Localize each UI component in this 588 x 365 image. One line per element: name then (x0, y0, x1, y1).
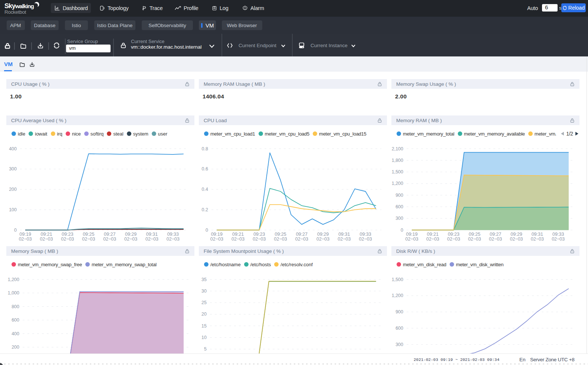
svg-text:35: 35 (201, 277, 207, 282)
svg-text:02−03: 02−03 (295, 237, 308, 241)
svg-text:09:29: 09:29 (510, 232, 522, 237)
svg-text:02−03: 02−03 (426, 237, 439, 241)
svg-text:09:29: 09:29 (317, 232, 329, 237)
svg-text:09:23: 09:23 (448, 232, 459, 237)
svg-text:02−03: 02−03 (231, 237, 244, 241)
svg-text:300: 300 (395, 342, 403, 347)
svg-text:09:21: 09:21 (232, 232, 244, 237)
svg-text:02−03: 02−03 (359, 237, 372, 241)
svg-text:09:25: 09:25 (469, 232, 480, 237)
svg-text:100: 100 (9, 207, 17, 212)
svg-text:0.6: 0.6 (202, 166, 208, 172)
svg-text:400: 400 (12, 331, 19, 336)
svg-text:600: 600 (12, 317, 19, 323)
svg-text:1,200: 1,200 (392, 293, 403, 298)
svg-text:02−03: 02−03 (253, 237, 266, 241)
svg-text:09:25: 09:25 (275, 232, 286, 237)
svg-text:1,500: 1,500 (392, 277, 403, 282)
svg-text:2,100: 2,100 (392, 146, 403, 151)
svg-text:09:33: 09:33 (552, 232, 564, 237)
svg-text:02−03: 02−03 (145, 237, 158, 241)
svg-text:800: 800 (12, 304, 19, 309)
svg-text:02−03: 02−03 (552, 237, 565, 241)
svg-text:30: 30 (201, 289, 207, 294)
svg-text:02−03: 02−03 (210, 237, 223, 241)
svg-text:20: 20 (201, 312, 207, 317)
svg-text:02−03: 02−03 (338, 237, 351, 241)
svg-text:300: 300 (9, 166, 17, 172)
svg-text:0.8: 0.8 (202, 146, 208, 151)
svg-text:1,200: 1,200 (8, 277, 19, 282)
svg-text:09:31: 09:31 (146, 232, 158, 237)
svg-text:09:23: 09:23 (62, 232, 73, 237)
svg-text:02−03: 02−03 (124, 237, 137, 241)
svg-text:1,500: 1,500 (392, 169, 403, 175)
svg-text:09:31: 09:31 (532, 232, 543, 237)
svg-text:09:27: 09:27 (490, 232, 501, 237)
svg-text:600: 600 (395, 204, 403, 209)
svg-text:400: 400 (9, 146, 17, 151)
svg-text:09:31: 09:31 (338, 232, 350, 237)
svg-text:1,200: 1,200 (392, 181, 403, 186)
svg-text:02−03: 02−03 (531, 237, 544, 241)
svg-text:900: 900 (395, 309, 403, 315)
svg-text:02−03: 02−03 (447, 237, 460, 241)
svg-text:09:19: 09:19 (406, 232, 417, 237)
svg-text:09:33: 09:33 (359, 232, 371, 237)
svg-text:0: 0 (401, 228, 403, 233)
svg-text:0.2: 0.2 (202, 207, 208, 212)
svg-text:09:25: 09:25 (83, 232, 94, 237)
svg-text:02−03: 02−03 (316, 237, 329, 241)
svg-text:1,000: 1,000 (8, 290, 19, 296)
svg-text:02−03: 02−03 (274, 237, 287, 241)
svg-text:09:21: 09:21 (427, 232, 438, 237)
svg-text:02−03: 02−03 (468, 237, 481, 241)
svg-text:0: 0 (206, 228, 208, 233)
svg-text:02−03: 02−03 (82, 237, 95, 241)
svg-text:200: 200 (12, 345, 19, 350)
svg-text:02−03: 02−03 (103, 237, 116, 241)
svg-text:09:29: 09:29 (125, 232, 137, 237)
svg-text:15: 15 (201, 323, 207, 329)
svg-text:02−03: 02−03 (167, 237, 180, 241)
svg-text:02−03: 02−03 (61, 237, 74, 241)
svg-text:09:19: 09:19 (211, 232, 223, 237)
svg-text:5: 5 (204, 346, 207, 352)
svg-text:0.4: 0.4 (202, 187, 208, 192)
svg-text:10: 10 (201, 335, 207, 340)
svg-text:09:19: 09:19 (20, 232, 31, 237)
svg-text:09:27: 09:27 (296, 232, 308, 237)
svg-text:09:23: 09:23 (253, 232, 265, 237)
svg-text:900: 900 (395, 193, 403, 198)
svg-text:02−03: 02−03 (40, 237, 53, 241)
svg-text:02−03: 02−03 (19, 237, 32, 241)
svg-text:02−03: 02−03 (405, 237, 418, 241)
svg-text:0: 0 (14, 228, 17, 233)
svg-text:600: 600 (395, 326, 403, 331)
svg-text:09:27: 09:27 (104, 232, 115, 237)
svg-text:09:33: 09:33 (167, 232, 179, 237)
svg-text:02−03: 02−03 (489, 237, 502, 241)
svg-text:300: 300 (395, 216, 403, 221)
svg-text:200: 200 (9, 187, 17, 192)
svg-text:02−03: 02−03 (510, 237, 523, 241)
svg-text:09:21: 09:21 (40, 232, 52, 237)
svg-text:25: 25 (201, 300, 207, 305)
svg-text:1,800: 1,800 (392, 158, 403, 163)
